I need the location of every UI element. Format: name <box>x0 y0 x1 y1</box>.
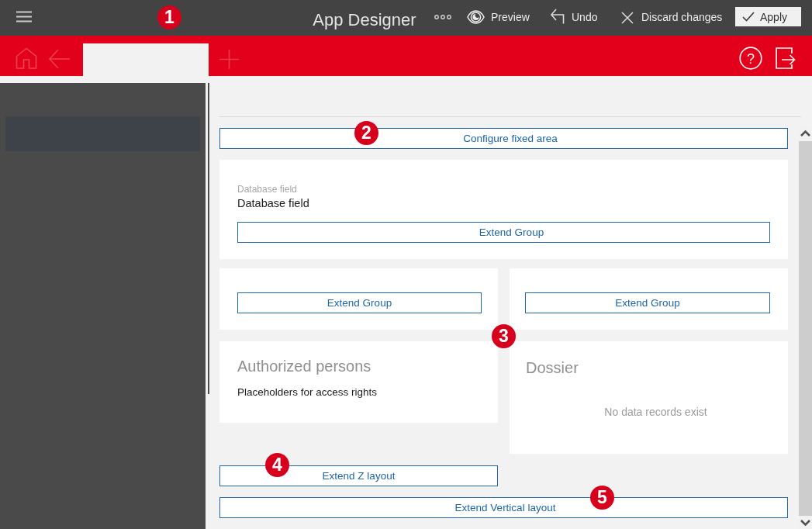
svg-text:?: ? <box>747 51 755 67</box>
